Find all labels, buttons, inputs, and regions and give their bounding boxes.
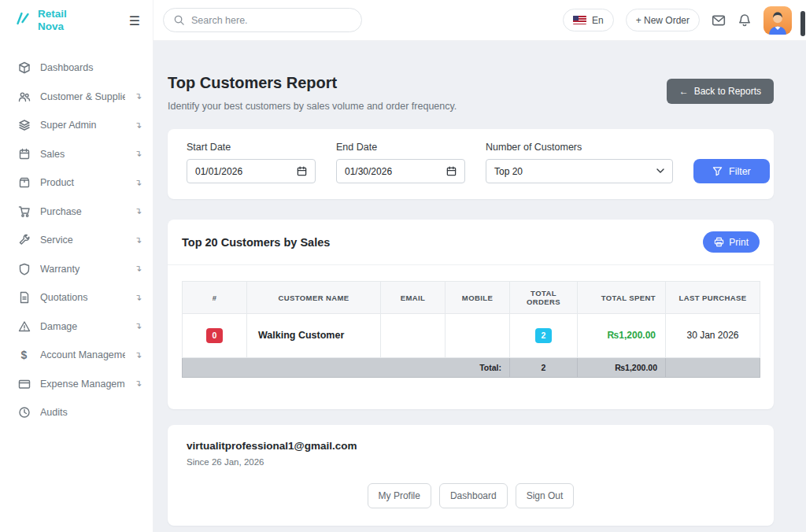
start-date-field: Start Date 01/01/2026 (187, 142, 316, 183)
back-arrow-icon: ← (679, 86, 689, 97)
report-card: Top 20 Customers by Sales Print (168, 220, 774, 409)
total-spent-cell: ₨1,200.00 (578, 314, 666, 358)
shield-icon (17, 262, 31, 275)
sidebar-item-label: Dashboards (40, 62, 142, 73)
col-header-rank: # (183, 282, 247, 314)
start-date-value: 01/01/2026 (195, 166, 242, 177)
main-area: En + New Order (153, 0, 806, 532)
table-total-row: Total: 2 ₨1,200.00 (183, 357, 760, 377)
layers-icon (17, 119, 31, 132)
sidebar-item-product[interactable]: Product ↴ (0, 168, 153, 198)
sidebar-item-customer-supplier[interactable]: Customer & Supplier ↴ (0, 83, 153, 112)
sidebar-item-dashboards[interactable]: Dashboards (0, 54, 153, 83)
customer-count-label: Number of Customers (486, 142, 673, 153)
search-icon (173, 14, 185, 26)
sidebar-item-purchase[interactable]: Purchase ↴ (0, 198, 153, 227)
submenu-arrow-icon: ↴ (135, 178, 142, 188)
calendar-picker-icon[interactable] (297, 166, 307, 176)
customer-count-select[interactable]: Top 20 (486, 159, 673, 183)
sidebar-item-account-management[interactable]: $ Account Management ↴ (0, 341, 153, 370)
brand-line1: Retail (38, 8, 67, 20)
page-title-block: Top Customers Report Identify your best … (168, 74, 457, 112)
warning-triangle-icon (17, 320, 31, 333)
sidebar-item-warranty[interactable]: Warranty ↴ (0, 255, 153, 284)
brand-logo[interactable]: Retail Nova (14, 8, 67, 32)
sidebar-item-audits[interactable]: Audits (0, 398, 153, 427)
topbar: En + New Order (153, 0, 806, 41)
sidebar: Retail Nova ☰ Dashboards Customer & Supp… (0, 0, 153, 532)
sidebar-item-label: Warranty (40, 264, 125, 275)
submenu-arrow-icon: ↴ (135, 264, 142, 274)
page-title: Top Customers Report (168, 74, 457, 92)
sidebar-item-sales[interactable]: Sales ↴ (0, 140, 153, 169)
report-card-title: Top 20 Customers by Sales (182, 236, 330, 249)
back-to-reports-button[interactable]: ← Back to Reports (667, 79, 774, 104)
sidebar-item-label: Product (40, 177, 125, 188)
calendar-icon (17, 147, 31, 161)
back-button-label: Back to Reports (694, 86, 761, 97)
account-card: virtualitprofessional1@gmail.com Since 2… (168, 425, 774, 526)
rank-cell: 0 (183, 314, 247, 358)
account-actions: My Profile Dashboard Sign Out (187, 483, 755, 508)
language-selector[interactable]: En (563, 9, 614, 31)
end-date-value: 01/30/2026 (345, 166, 392, 177)
box-icon (17, 176, 31, 190)
brand-line2: Nova (38, 20, 67, 33)
sidebar-nav: Dashboards Customer & Supplier ↴ Super A… (0, 41, 153, 427)
total-spent-sum-cell: ₨1,200.00 (578, 357, 666, 377)
people-icon (17, 90, 31, 103)
hamburger-menu-icon[interactable]: ☰ (129, 13, 140, 28)
calendar-picker-icon[interactable] (446, 166, 457, 176)
search-input[interactable] (191, 15, 352, 26)
report-card-header: Top 20 Customers by Sales Print (168, 220, 774, 265)
col-header-total-orders: TOTAL ORDERS (510, 282, 578, 314)
sidebar-item-quotations[interactable]: Quotations ↴ (0, 283, 153, 312)
chevron-down-icon (656, 168, 664, 174)
sidebar-item-super-admin[interactable]: Super Admin ↴ (0, 111, 153, 140)
sidebar-item-label: Quotations (40, 292, 125, 303)
wrench-icon (17, 234, 31, 247)
sidebar-item-service[interactable]: Service ↴ (0, 226, 153, 255)
messages-button[interactable] (712, 13, 726, 28)
filter-button-label: Filter (729, 166, 751, 177)
notifications-bell-button[interactable] (738, 13, 752, 28)
wallet-icon (17, 377, 31, 390)
dashboard-button[interactable]: Dashboard (439, 483, 508, 508)
brand-row: Retail Nova ☰ (0, 0, 153, 41)
new-order-button[interactable]: + New Order (626, 9, 700, 31)
sidebar-item-label: Expense Management (40, 379, 125, 390)
start-date-input[interactable]: 01/01/2026 (187, 159, 316, 183)
end-date-input[interactable]: 01/30/2026 (336, 159, 465, 183)
user-avatar[interactable] (763, 6, 792, 35)
submenu-arrow-icon: ↴ (135, 206, 142, 216)
sidebar-item-label: Purchase (40, 206, 125, 217)
col-header-customer-name: CUSTOMER NAME (247, 282, 381, 314)
sidebar-item-label: Account Management (40, 349, 125, 360)
cart-icon (17, 205, 31, 218)
filter-button[interactable]: Filter (693, 159, 770, 183)
print-button[interactable]: Print (703, 231, 760, 253)
search-box (163, 8, 362, 32)
customer-name-cell: Walking Customer (247, 314, 381, 358)
my-profile-button[interactable]: My Profile (368, 483, 431, 508)
printer-icon (714, 237, 724, 247)
cube-icon (17, 61, 31, 75)
sidebar-item-label: Sales (40, 149, 125, 160)
orders-badge: 2 (535, 328, 553, 343)
sidebar-item-expense-management[interactable]: Expense Management ↴ (0, 370, 153, 399)
col-header-mobile: MOBILE (446, 282, 510, 314)
page-header: Top Customers Report Identify your best … (168, 74, 774, 112)
top-customers-table: # CUSTOMER NAME EMAIL MOBILE TOTAL ORDER… (182, 281, 760, 378)
sidebar-item-damage[interactable]: Damage ↴ (0, 312, 153, 342)
customer-count-field: Number of Customers Top 20 (486, 142, 673, 183)
sign-out-button[interactable]: Sign Out (516, 483, 575, 508)
end-date-field: End Date 01/30/2026 (336, 142, 465, 183)
customer-count-value: Top 20 (494, 166, 523, 177)
scrollbar-thumb[interactable] (800, 11, 805, 36)
submenu-arrow-icon: ↴ (135, 379, 142, 389)
end-date-label: End Date (336, 142, 465, 153)
total-orders-sum-cell: 2 (510, 357, 578, 377)
scrollbar-track (800, 0, 806, 532)
start-date-label: Start Date (187, 142, 316, 153)
total-empty-cell (666, 357, 760, 377)
